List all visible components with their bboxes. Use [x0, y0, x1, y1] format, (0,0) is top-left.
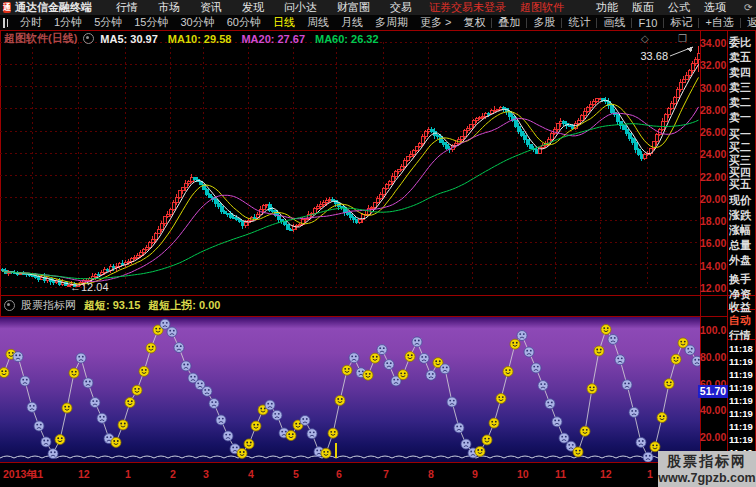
menu-item-问小达[interactable]: 问小达 — [274, 0, 327, 15]
action-返回[interactable]: 返回 — [741, 15, 756, 30]
smiley-up-icon — [62, 403, 72, 413]
time-tick: 2 — [170, 468, 176, 480]
period-tab-30分钟[interactable]: 30分钟 — [175, 15, 221, 30]
period-tab-更多 >[interactable]: 更多 > — [414, 15, 457, 30]
period-tab-5分钟[interactable]: 5分钟 — [88, 15, 128, 30]
time-tick: 10 — [517, 468, 529, 480]
window-icon[interactable]: ❐ — [678, 33, 687, 44]
eye-icon[interactable] — [83, 33, 94, 44]
smiley-up-icon — [321, 448, 331, 458]
price-tick: 16.00 — [700, 237, 726, 249]
app-title: 通达信金融终端 — [15, 0, 92, 15]
smiley-down-icon — [384, 360, 394, 370]
action-F10[interactable]: F10 — [632, 17, 663, 29]
osc-tick: 40.00 — [700, 404, 725, 416]
period-tab-60分钟[interactable]: 60分钟 — [221, 15, 267, 30]
menu-item-功能[interactable]: 功能 — [589, 0, 625, 15]
smiley-up-icon — [496, 393, 506, 403]
price-tick: 14.00 — [700, 260, 726, 272]
smiley-up-icon — [398, 370, 408, 380]
smiley-down-icon — [48, 449, 58, 459]
price-tick: 26.00 — [700, 126, 726, 138]
smiley-up-icon — [580, 426, 590, 436]
smiley-up-icon — [594, 346, 604, 356]
smiley-down-icon — [202, 386, 212, 396]
quote-row-卖四: 卖四 — [729, 65, 751, 80]
smiley-up-icon — [251, 421, 261, 431]
svg-text:33.68: 33.68 — [640, 50, 668, 62]
smiley-down-icon — [20, 376, 30, 386]
action-画线[interactable]: 画线 — [597, 15, 631, 30]
stock-shortcut[interactable]: 超图软件 — [513, 0, 571, 15]
smiley-down-icon — [559, 433, 569, 443]
indicator-header: 股票指标网 超短: 93.15 超短上拐: 0.00 — [4, 299, 228, 312]
smiley-down-icon — [454, 423, 464, 433]
action-多股[interactable]: 多股 — [527, 15, 561, 30]
tick-time: 11:19 — [729, 408, 753, 419]
menu-item-资讯[interactable]: 资讯 — [190, 0, 232, 15]
action-叠加[interactable]: 叠加 — [492, 15, 526, 30]
osc-tick: 100.0 — [700, 324, 725, 336]
period-tab-分时[interactable]: 分时 — [14, 15, 48, 30]
menu-item-财富圈[interactable]: 财富圈 — [327, 0, 380, 15]
smiley-down-icon — [692, 356, 700, 366]
period-tab-月线[interactable]: 月线 — [335, 15, 369, 30]
quote-row-卖五: 卖五 — [729, 50, 751, 65]
menu-item-选项[interactable]: 选项 — [697, 0, 733, 15]
tick-time: 11:19 — [729, 369, 753, 380]
smiley-down-icon — [545, 399, 555, 409]
smiley-down-icon — [349, 353, 359, 363]
smiley-down-icon — [608, 334, 618, 344]
diamond-icon[interactable]: ◇ — [641, 33, 649, 44]
refresh-icon[interactable]: ⟳ — [739, 2, 756, 13]
time-axis: 2013年11121234567891011121 — [0, 463, 756, 487]
time-tick: 8 — [428, 468, 434, 480]
login-status[interactable]: 证券交易未登录 — [422, 0, 513, 15]
period-tab-多周期[interactable]: 多周期 — [369, 15, 414, 30]
period-tab-周线[interactable]: 周线 — [301, 15, 335, 30]
menu-item-版面[interactable]: 版面 — [625, 0, 661, 15]
menu-item-交易[interactable]: 交易 — [380, 0, 422, 15]
ma-value: MA20: 27.67 — [241, 33, 305, 45]
smiley-up-icon — [335, 395, 345, 405]
smiley-up-icon — [510, 339, 520, 349]
oscillator-chart[interactable] — [0, 317, 700, 462]
menu-item-公式[interactable]: 公式 — [661, 0, 697, 15]
tab-quote[interactable]: 行情 — [729, 328, 751, 343]
watermark-url: www.7gpzb.com — [658, 471, 756, 485]
action-统计[interactable]: 统计 — [562, 15, 596, 30]
smiley-up-icon — [482, 435, 492, 445]
smiley-up-icon — [489, 418, 499, 428]
ma-value: MA5: 30.97 — [100, 33, 157, 45]
smiley-down-icon — [167, 327, 177, 337]
menu-item-行情[interactable]: 行情 — [106, 0, 148, 15]
time-tick: 12 — [78, 468, 90, 480]
eye-icon[interactable] — [4, 300, 15, 311]
menu-item-发现[interactable]: 发现 — [232, 0, 274, 15]
ma-value: MA60: 26.32 — [315, 33, 379, 45]
smiley-down-icon — [552, 417, 562, 427]
action-标记[interactable]: 标记 — [664, 15, 698, 30]
period-tab-日线[interactable]: 日线 — [267, 15, 301, 30]
indicator-source: 股票指标网 — [21, 298, 76, 313]
smiley-up-icon — [118, 420, 128, 430]
candlestick-chart[interactable]: 33.68←12.04 — [0, 30, 700, 295]
smiley-up-icon — [503, 367, 513, 377]
smiley-up-icon — [111, 437, 121, 447]
indicator-metric1: 超短: 93.15 — [84, 298, 140, 313]
smiley-down-icon — [34, 421, 44, 431]
tab-auto[interactable]: 自动 — [729, 313, 751, 328]
tick-time: 11:19 — [729, 382, 753, 393]
quote-row-买五: 买五 — [729, 177, 751, 192]
smiley-up-icon — [286, 431, 296, 441]
layout-icon[interactable] — [3, 18, 5, 28]
action-复权[interactable]: 复权 — [457, 15, 491, 30]
time-tick: 9 — [472, 468, 478, 480]
menu-item-市场[interactable]: 市场 — [148, 0, 190, 15]
svg-text:←12.04: ←12.04 — [70, 281, 109, 293]
smiley-down-icon — [223, 431, 233, 441]
action-+自选[interactable]: +自选 — [699, 15, 739, 30]
period-tab-15分钟[interactable]: 15分钟 — [128, 15, 174, 30]
period-tab-1分钟[interactable]: 1分钟 — [48, 15, 88, 30]
smiley-down-icon — [265, 400, 275, 410]
